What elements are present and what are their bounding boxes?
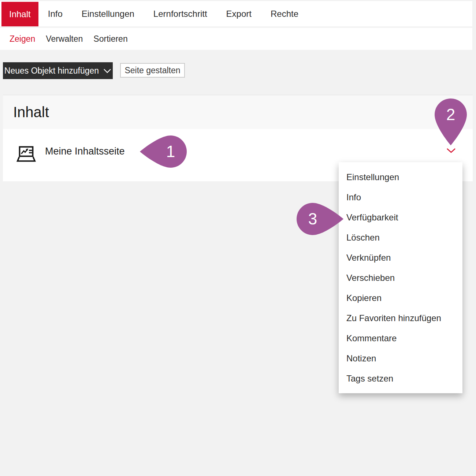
subtab-bar: Zeigen Verwalten Sortieren <box>0 28 472 50</box>
annotation-number-3: 3 <box>308 210 317 228</box>
annotation-marker-1: 1 <box>147 128 179 175</box>
tab-rechte[interactable]: Rechte <box>261 1 308 26</box>
pin-left-icon <box>140 135 187 168</box>
menu-item-loeschen[interactable]: Löschen <box>339 227 462 248</box>
menu-item-zu-favoriten[interactable]: Zu Favoriten hinzufügen <box>339 308 462 328</box>
menu-item-verknuepfen[interactable]: Verknüpfen <box>339 248 462 268</box>
tab-bar: Inhalt Info Einstellungen Lernfortschrit… <box>0 1 472 26</box>
annotation-marker-3: 3 <box>304 196 336 242</box>
content-item-title[interactable]: Meine Inhaltsseite <box>45 146 125 157</box>
subtab-sortieren[interactable]: Sortieren <box>93 34 127 44</box>
menu-item-verfuegbarkeit[interactable]: Verfügbarkeit <box>339 207 462 227</box>
annotation-number-1: 1 <box>166 142 175 161</box>
design-page-label: Seite gestalten <box>124 66 180 75</box>
menu-item-kommentare[interactable]: Kommentare <box>339 328 462 348</box>
chevron-down-icon <box>103 68 111 73</box>
design-page-button[interactable]: Seite gestalten <box>120 63 185 78</box>
panel-title: Inhalt <box>13 104 49 120</box>
tab-einstellungen[interactable]: Einstellungen <box>72 1 144 26</box>
menu-item-verschieben[interactable]: Verschieben <box>339 268 462 288</box>
menu-item-info[interactable]: Info <box>339 187 462 207</box>
annotation-number-2: 2 <box>446 105 455 124</box>
menu-item-notizen[interactable]: Notizen <box>339 348 462 368</box>
tab-lernfortschritt[interactable]: Lernfortschritt <box>144 1 217 26</box>
menu-item-einstellungen[interactable]: Einstellungen <box>339 167 462 187</box>
add-new-object-label: Neues Objekt hinzufügen <box>4 66 99 76</box>
pin-right-icon <box>297 203 343 235</box>
laptop-chart-icon <box>16 146 36 163</box>
subtab-zeigen[interactable]: Zeigen <box>10 34 35 44</box>
tab-export[interactable]: Export <box>217 1 261 26</box>
subtab-verwalten[interactable]: Verwalten <box>46 34 83 44</box>
tab-inhalt[interactable]: Inhalt <box>1 2 38 26</box>
content-panel-header: Inhalt <box>3 95 473 129</box>
annotation-marker-2: 2 <box>435 98 467 145</box>
menu-item-tags-setzen[interactable]: Tags setzen <box>339 368 462 388</box>
item-actions-menu: Einstellungen Info Verfügbarkeit Löschen… <box>339 162 462 393</box>
item-actions-chevron-icon[interactable] <box>446 148 456 153</box>
tab-info[interactable]: Info <box>38 1 72 26</box>
menu-item-kopieren[interactable]: Kopieren <box>339 288 462 308</box>
add-new-object-button[interactable]: Neues Objekt hinzufügen <box>3 62 113 79</box>
